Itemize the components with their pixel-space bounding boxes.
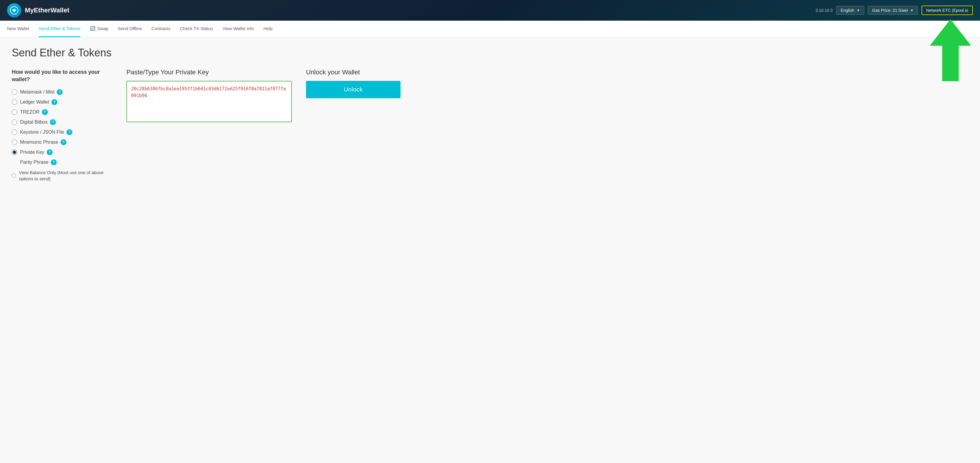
private-key-label: Private Key xyxy=(20,150,44,155)
keystore-label: Keystore / JSON File xyxy=(20,130,64,135)
radio-ledger[interactable] xyxy=(12,100,17,105)
header-controls: 3.10.10.3 English ▼ Gas Price: 21 Gwei ▼… xyxy=(816,6,973,15)
nav-send-offline[interactable]: Send Offline xyxy=(118,21,142,37)
nav-contracts[interactable]: Contracts xyxy=(151,21,170,37)
radio-mnemonic[interactable] xyxy=(12,140,17,145)
metamask-help-icon[interactable]: ? xyxy=(57,89,63,95)
option-trezor[interactable]: TREZOR ? xyxy=(12,109,112,115)
option-metamask[interactable]: Metamask / Mist ? xyxy=(12,89,112,95)
nav-help[interactable]: Help xyxy=(264,21,273,37)
parity-phrase-help-icon[interactable]: ? xyxy=(51,159,57,165)
view-balance-label: View Balance Only (Must use one of above… xyxy=(19,170,112,182)
language-chevron-icon: ▼ xyxy=(856,9,860,12)
header: MyEtherWallet 3.10.10.3 English ▼ Gas Pr… xyxy=(0,0,980,21)
digital-bitbox-label: Digital Bitbox xyxy=(20,119,48,125)
svg-point-1 xyxy=(13,9,15,11)
nav-new-wallet[interactable]: New Wallet xyxy=(7,21,29,37)
app-name: MyEtherWallet xyxy=(25,6,69,14)
radio-keystore[interactable] xyxy=(12,130,17,135)
ledger-help-icon[interactable]: ? xyxy=(51,99,57,105)
mnemonic-label: Mnemonic Phrase xyxy=(20,140,58,145)
main-content: Send Ether & Tokens How would you like t… xyxy=(0,37,980,463)
option-mnemonic[interactable]: Mnemonic Phrase ? xyxy=(12,139,112,145)
arrow-shaft-icon xyxy=(942,46,959,81)
nav-send-ether-tokens[interactable]: Send Ether & Tokens xyxy=(39,21,80,37)
page-title: Send Ether & Tokens xyxy=(12,47,968,59)
unlock-heading: Unlock your Wallet xyxy=(306,68,968,76)
option-view-balance[interactable]: View Balance Only (Must use one of above… xyxy=(12,170,112,182)
radio-metamask[interactable] xyxy=(12,89,17,95)
trezor-help-icon[interactable]: ? xyxy=(42,109,48,115)
content-grid: How would you like to access your wallet… xyxy=(12,68,968,182)
option-private-key[interactable]: Private Key ? xyxy=(12,149,112,155)
nav-view-wallet-info[interactable]: View Wallet Info xyxy=(223,21,254,37)
gas-price-label: Gas Price: 21 Gwei xyxy=(872,8,908,13)
language-label: English xyxy=(841,8,854,13)
language-selector[interactable]: English ▼ xyxy=(836,6,864,15)
gas-chevron-icon: ▼ xyxy=(910,9,913,12)
access-section: How would you like to access your wallet… xyxy=(12,68,112,182)
ledger-label: Ledger Wallet xyxy=(20,100,49,105)
network-selector[interactable]: Network ETC (Epool.io xyxy=(921,6,973,15)
keystore-help-icon[interactable]: ? xyxy=(67,129,72,135)
trezor-label: TREZOR xyxy=(20,109,40,115)
private-key-input[interactable]: 20c28b6386fbc8a1ea195ff1b641c03d6172ad25… xyxy=(126,81,292,122)
radio-digital-bitbox[interactable] xyxy=(12,119,17,125)
arrow-head-icon xyxy=(930,19,971,46)
logo-icon xyxy=(7,3,21,17)
option-ledger[interactable]: Ledger Wallet ? xyxy=(12,99,112,105)
digital-bitbox-help-icon[interactable]: ? xyxy=(50,119,56,125)
nav-check-tx-status[interactable]: Check TX Status xyxy=(180,21,213,37)
swap-icon: 🔄 xyxy=(90,26,95,31)
nav-swap[interactable]: 🔄 Swap xyxy=(90,21,108,37)
radio-private-key[interactable] xyxy=(12,150,17,155)
unlock-section: Unlock your Wallet Unlock xyxy=(306,68,968,98)
unlock-button[interactable]: Unlock xyxy=(306,81,401,98)
private-key-help-icon[interactable]: ? xyxy=(47,149,52,155)
parity-phrase-label: Parity Phrase xyxy=(20,160,48,165)
private-key-heading: Paste/Type Your Private Key xyxy=(126,68,292,76)
version-label: 3.10.10.3 xyxy=(816,8,833,13)
option-digital-bitbox[interactable]: Digital Bitbox ? xyxy=(12,119,112,125)
mnemonic-help-icon[interactable]: ? xyxy=(60,139,67,145)
option-parity-phrase[interactable]: Parity Phrase ? xyxy=(20,159,112,165)
network-label: Network ETC (Epool.io xyxy=(926,8,968,13)
radio-trezor[interactable] xyxy=(12,109,17,115)
attention-arrow xyxy=(930,19,971,81)
metamask-label: Metamask / Mist xyxy=(20,89,54,95)
private-key-section: Paste/Type Your Private Key 20c28b6386fb… xyxy=(126,68,292,123)
access-heading: How would you like to access your wallet… xyxy=(12,68,112,83)
main-nav: New Wallet Send Ether & Tokens 🔄 Swap Se… xyxy=(0,21,980,37)
option-keystore[interactable]: Keystore / JSON File ? xyxy=(12,129,112,135)
gas-price-selector[interactable]: Gas Price: 21 Gwei ▼ xyxy=(868,6,918,15)
radio-view-balance[interactable] xyxy=(12,173,16,178)
logo: MyEtherWallet xyxy=(7,3,69,17)
access-options: Metamask / Mist ? Ledger Wallet ? TREZOR xyxy=(12,89,112,182)
